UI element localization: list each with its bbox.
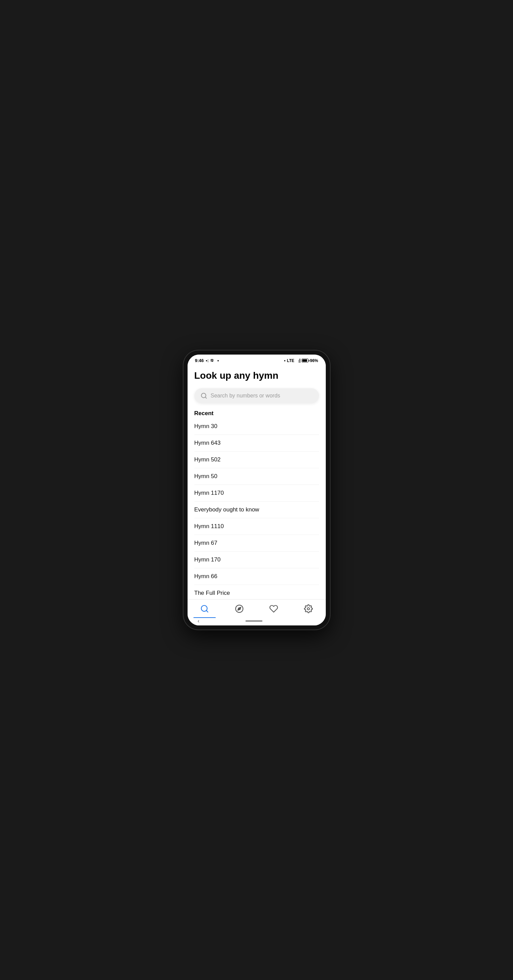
page-title: Look up any hymn (194, 370, 319, 382)
time: 9:46 (195, 358, 204, 363)
back-button[interactable]: ‹ (198, 618, 199, 624)
search-nav-icon (200, 605, 209, 613)
nav-item-search[interactable] (193, 603, 216, 614)
svg-line-3 (205, 397, 206, 398)
svg-point-8 (307, 608, 310, 610)
signal-dot: • (284, 358, 285, 363)
svg-marker-0 (300, 359, 300, 363)
list-item[interactable]: Hymn 1110 (194, 518, 319, 535)
list-item[interactable]: Hymn 502 (194, 452, 319, 468)
list-item[interactable]: Hymn 66 (194, 568, 319, 585)
bottom-nav (188, 599, 326, 617)
search-icon (201, 392, 207, 399)
main-content: Look up any hymn Search by numbers or wo… (188, 364, 326, 599)
browse-nav-icon (235, 605, 244, 613)
list-item[interactable]: Hymn 643 (194, 435, 319, 452)
list-item[interactable]: The Full Price (194, 585, 319, 599)
home-indicator[interactable] (245, 620, 263, 622)
search-placeholder: Search by numbers or words (211, 393, 280, 399)
dot-icon: •: (206, 358, 209, 363)
status-dot-icon: • (217, 358, 219, 363)
phone-frame: 9:46 •: ꢊ • • LTE 96% (183, 350, 330, 630)
recent-label: Recent (194, 410, 319, 417)
list-item[interactable]: Hymn 1170 (194, 485, 319, 501)
svg-marker-7 (237, 607, 241, 610)
phone-screen: 9:46 •: ꢊ • • LTE 96% (188, 355, 326, 625)
list-item[interactable]: Hymn 170 (194, 552, 319, 568)
list-item[interactable]: Hymn 67 (194, 535, 319, 552)
svg-marker-1 (298, 360, 299, 363)
signal-icon (295, 359, 300, 363)
svg-line-5 (206, 611, 208, 612)
search-bar[interactable]: Search by numbers or words (194, 388, 319, 403)
list-item[interactable]: Everybody ought to know (194, 501, 319, 518)
battery-icon (302, 359, 308, 363)
battery-level: 96% (310, 358, 318, 363)
recent-section: Recent Hymn 30 Hymn 643 Hymn 502 Hymn 50… (194, 410, 319, 599)
search-container[interactable]: Search by numbers or words (194, 388, 319, 403)
recent-list: Hymn 30 Hymn 643 Hymn 502 Hymn 50 Hymn 1… (194, 418, 319, 599)
wp-icon: ꢊ (211, 358, 215, 363)
nav-item-settings[interactable] (297, 603, 320, 614)
list-item[interactable]: Hymn 30 (194, 418, 319, 435)
heart-nav-icon (269, 605, 278, 613)
status-left: 9:46 •: ꢊ • (195, 358, 219, 363)
list-item[interactable]: Hymn 50 (194, 468, 319, 485)
network-label: LTE (287, 358, 295, 363)
nav-item-favorites[interactable] (263, 603, 285, 614)
gear-nav-icon (304, 605, 313, 613)
status-right: • LTE 96% (284, 358, 318, 363)
status-bar: 9:46 •: ꢊ • • LTE 96% (188, 355, 326, 364)
nav-item-browse[interactable] (228, 603, 250, 614)
